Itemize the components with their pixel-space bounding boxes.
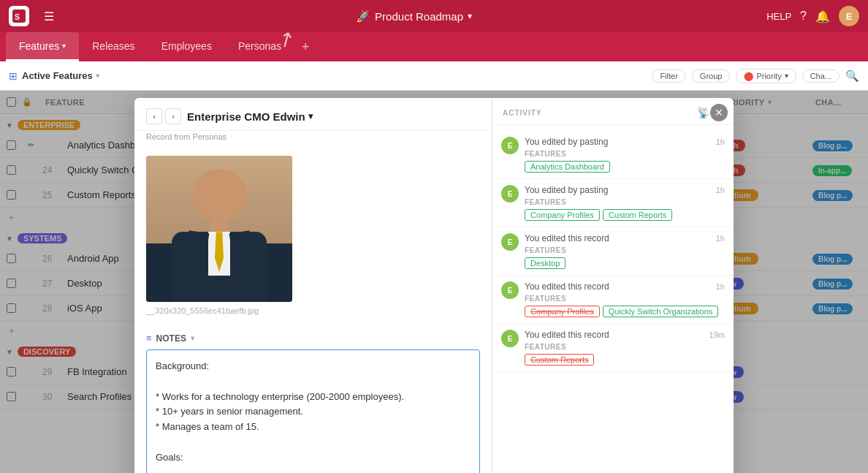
persona-image	[146, 156, 292, 302]
help-icon[interactable]: ?	[800, 10, 807, 23]
activity-item: E You edited by pasting 1h FEATURES Comp…	[492, 179, 734, 227]
modal-next-button[interactable]: ›	[165, 108, 181, 124]
features-bar-left: ⊞ Active Features ▾	[9, 70, 647, 82]
modal-title: Enterprise CMO Edwin ▾	[187, 110, 313, 123]
activity-avatar: E	[501, 330, 519, 347]
group-button[interactable]: Group	[692, 69, 731, 83]
feature-tag-company-deleted: Company Profiles	[525, 306, 600, 317]
notifications-icon[interactable]: 🔔	[815, 10, 830, 23]
feature-tag-desktop: Desktop	[525, 257, 566, 269]
activity-features-label: FEATURES	[525, 246, 725, 254]
title-caret[interactable]: ▾	[468, 11, 472, 21]
activity-text: You edited this record	[525, 330, 609, 340]
activity-row: E You edited by pasting 1h FEATURES Anal…	[501, 137, 725, 173]
tab-releases[interactable]: Releases	[79, 32, 148, 61]
notes-header[interactable]: ≡ NOTES ▾	[146, 333, 480, 344]
activity-row: E You edited this record 19m FEATURES Cu…	[501, 330, 725, 366]
hamburger-menu[interactable]: ☰	[37, 10, 61, 23]
activity-item: E You edited this record 19m FEATURES Cu…	[492, 324, 734, 372]
svg-text:S: S	[15, 12, 20, 21]
activity-meta: You edited this record 1h	[525, 281, 725, 292]
modal-close-button[interactable]: ✕	[710, 104, 728, 121]
activity-features-label: FEATURES	[525, 343, 725, 351]
features-bar-right: Filter Group ⬤ Priority ▾ Cha... 🔍	[652, 69, 859, 83]
activity-text: You edited this record	[525, 281, 609, 292]
activity-features-label: FEATURES	[525, 150, 725, 158]
search-icon[interactable]: 🔍	[845, 69, 859, 83]
modal-nav: ‹ ›	[146, 108, 181, 124]
activity-avatar: E	[501, 137, 519, 154]
activity-content: You edited this record 19m FEATURES Cust…	[525, 330, 725, 366]
feature-tag-company: Company Profiles	[525, 209, 600, 221]
activity-time: 1h	[716, 234, 725, 243]
activity-time: 1h	[716, 186, 725, 194]
feature-tag-analytics: Analytics Dashboard	[525, 161, 610, 173]
activity-row: E You edited this record 1h FEATURES Com…	[501, 281, 725, 317]
activity-title: ACTIVITY	[503, 109, 542, 117]
activity-avatar: E	[501, 281, 519, 299]
filter-button[interactable]: Filter	[652, 69, 685, 83]
activity-text: You edited this record	[525, 233, 609, 243]
user-avatar[interactable]: E	[839, 6, 859, 26]
modal-left-panel: ‹ › Enterprise CMO Edwin ▾ Record from P…	[134, 98, 492, 473]
activity-time: 1h	[716, 137, 725, 146]
activity-content: You edited this record 1h FEATURES Deskt…	[525, 233, 725, 269]
modal-header: ‹ › Enterprise CMO Edwin ▾	[134, 98, 492, 131]
top-nav-right: HELP ? 🔔 E	[766, 6, 859, 26]
activity-content: You edited by pasting 1h FEATURES Compan…	[525, 185, 725, 221]
modal-overlay[interactable]: ✕ ‹ › Enterprise CMO Edwin ▾ Record from…	[0, 91, 868, 473]
top-nav: S ☰ 🚀 Product Roadmap ▾ HELP ? 🔔 E	[0, 0, 868, 32]
activity-item: E You edited by pasting 1h FEATURES Anal…	[492, 131, 734, 179]
activity-features-label: FEATURES	[525, 198, 725, 206]
feature-tags: Company Profiles Custom Reports	[525, 209, 725, 221]
activity-row: E You edited this record 1h FEATURES Des…	[501, 233, 725, 269]
modal-prev-button[interactable]: ‹	[146, 108, 162, 124]
feature-tag-custom-deleted: Custom Reports	[525, 354, 594, 366]
activity-meta: You edited this record 1h	[525, 233, 725, 243]
tab-personas[interactable]: Personas	[225, 32, 294, 61]
modal-notes-section: ≡ NOTES ▾ Background: * Works for a tech…	[134, 324, 492, 473]
feature-tags: Company Profiles Quickly Switch Organiza…	[525, 306, 725, 317]
tab-features-caret[interactable]: ▾	[62, 42, 66, 50]
tabs-bar: Features ▾ Releases Employees Personas +…	[0, 32, 868, 61]
notes-body[interactable]: Background: * Works for a technology ent…	[146, 349, 480, 473]
notes-label: NOTES	[156, 333, 186, 344]
activity-header: ACTIVITY 📡 ◫	[492, 98, 734, 125]
activity-meta: You edited by pasting 1h	[525, 137, 725, 147]
app-logo[interactable]: S	[9, 6, 29, 26]
features-bar: ⊞ Active Features ▾ Filter Group ⬤ Prior…	[0, 61, 868, 91]
activity-content: You edited this record 1h FEATURES Compa…	[525, 281, 725, 317]
activity-time: 19m	[709, 330, 725, 339]
activity-content: You edited by pasting 1h FEATURES Analyt…	[525, 137, 725, 173]
chart-button[interactable]: Cha...	[802, 69, 840, 83]
feature-tags: Custom Reports	[525, 354, 725, 366]
main-layout: 🔒 Feature ⬤ Priority ▾ Cha... ▼ Enterpri…	[0, 91, 868, 473]
rss-icon[interactable]: 📡	[697, 107, 709, 118]
modal-title-caret[interactable]: ▾	[308, 111, 313, 121]
features-bar-title: Active Features ▾	[22, 70, 99, 81]
activity-text: You edited by pasting	[525, 137, 608, 147]
priority-button[interactable]: ⬤ Priority ▾	[736, 69, 796, 83]
activity-time: 1h	[716, 282, 725, 291]
activity-body: E You edited by pasting 1h FEATURES Anal…	[492, 125, 734, 473]
help-label: HELP	[766, 11, 791, 22]
activity-text: You edited by pasting	[525, 185, 608, 195]
feature-tags: Desktop	[525, 257, 725, 269]
activity-avatar: E	[501, 233, 519, 251]
add-tab-button[interactable]: +	[294, 32, 317, 61]
activity-item: E You edited this record 1h FEATURES Com…	[492, 276, 734, 324]
activity-meta: You edited this record 19m	[525, 330, 725, 340]
title-dropdown-icon[interactable]: ▾	[96, 72, 99, 80]
modal-image-caption: __320x320_5556ec41baefb.jpg	[146, 306, 480, 315]
feature-tags: Analytics Dashboard	[525, 161, 725, 173]
tab-employees[interactable]: Employees	[148, 32, 225, 61]
notes-caret[interactable]: ▾	[191, 334, 194, 342]
app-title: Product Roadmap	[375, 10, 463, 23]
feature-tag-quickly: Quickly Switch Organizations	[603, 306, 718, 317]
feature-tag-custom: Custom Reports	[603, 209, 672, 221]
modal-image-area: __320x320_5556ec41baefb.jpg	[134, 147, 492, 324]
tab-features[interactable]: Features ▾	[6, 32, 79, 61]
activity-item: E You edited this record 1h FEATURES Des…	[492, 227, 734, 276]
modal-subtitle: Record from Personas	[134, 131, 492, 147]
activity-row: E You edited by pasting 1h FEATURES Comp…	[501, 185, 725, 221]
